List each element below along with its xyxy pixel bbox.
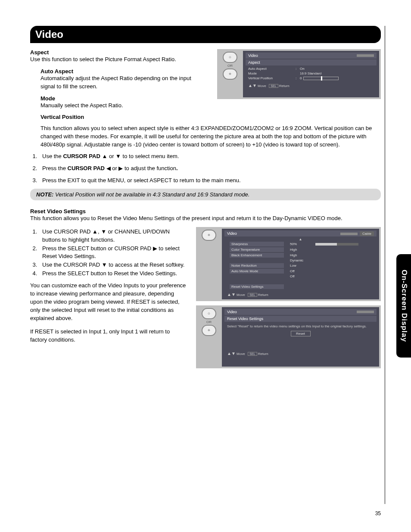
osd3-foot-sel: SEL <box>248 352 257 356</box>
mode-body: Manually select the Aspect Ratio. <box>40 102 198 110</box>
osd1-foot-move: Move <box>258 84 266 88</box>
remote-dpad-icon: ✥ <box>202 325 216 336</box>
step-3: Press the EXIT to quit the MENU, or sele… <box>39 177 381 184</box>
osd1-foot-return: Return <box>279 84 290 88</box>
osd1-row1-label: Auto Aspect <box>248 67 296 71</box>
remote-select-icon: ⊙ <box>223 52 237 63</box>
osd2-i2-val: High <box>290 248 314 252</box>
remote-select-icon: ⊙ <box>202 308 216 319</box>
osd2-i3-val: High <box>290 253 314 257</box>
osd1-row2-label: Mode <box>248 72 296 75</box>
step-2: Press the CURSOR PAD ◀ or ▶ to adjust th… <box>39 165 381 172</box>
note-label: NOTE: <box>36 191 53 198</box>
osd2-i7-val: Off <box>290 274 314 278</box>
osd2-i6-val: Off <box>290 269 314 273</box>
progress-bar-icon <box>315 243 358 246</box>
osd-aspect: ⊙ OR ✥ Video Aspect Auto Aspect:On Mode1… <box>217 49 381 99</box>
osd3-or-label: OR <box>199 320 219 324</box>
osd-or-label: OR <box>220 64 240 68</box>
osd3-msg: Select "Reset" to return the video menu … <box>224 323 377 329</box>
osd3-reset-button: Reset <box>291 331 311 336</box>
reset-step-3: Use the CURSOR PAD ▼ to access at the Re… <box>39 261 187 269</box>
reset-heading: Reset Video Settings <box>30 208 381 215</box>
osd2-i4-name <box>230 260 284 261</box>
vpos-body: This function allows you to select when … <box>40 124 381 149</box>
page-number: 35 <box>375 510 381 516</box>
osd-reset: ⊙ OR ✥ Video Reset Video Settings Select… <box>196 305 381 368</box>
reset-para2: If RESET is selected in Input 1, only In… <box>30 328 187 344</box>
note-box: NOTE: Vertical Position will not be avai… <box>30 189 381 200</box>
section-title: Video <box>30 26 381 43</box>
remote-dpad-icon: ✥ <box>202 230 216 241</box>
osd1-row2-val: 16:9 Standard <box>300 72 374 75</box>
reset-para1: You can customize each of the Video Inpu… <box>30 282 187 322</box>
side-tab: On-Screen Display <box>396 254 411 358</box>
osd2-i4-val: Dynamic <box>290 258 314 262</box>
osd1-foot-sel: SEL <box>269 84 278 88</box>
osd1-row3-val: 0 <box>300 76 302 80</box>
step-1: Use the CURSOR PAD ▲ or ▼ to to select m… <box>39 152 381 160</box>
remote-dpad-icon: ✥ <box>223 68 237 80</box>
osd2-foot-sel: SEL <box>248 293 257 297</box>
osd2-cable: Cable <box>360 231 374 236</box>
osd2-i3-name: Black Enhancement <box>230 253 284 258</box>
osd2-i6-name: Auto Movie Mode <box>230 269 284 274</box>
osd2-i8-name: Reset Video Settings <box>230 284 284 289</box>
osd1-row1-val: On <box>300 67 374 71</box>
osd2-i5-val: Low <box>290 264 314 268</box>
reset-step-4: Press the SELECT button to Reset the Vid… <box>39 270 187 277</box>
osd1-row3-label: Vertical Position <box>248 76 296 80</box>
auto-aspect-body: Automatically adjust the Aspect Ratio de… <box>40 75 198 91</box>
osd3-foot-move: Move <box>237 352 245 356</box>
osd3-title: Video <box>227 310 237 314</box>
osd2-title: Video <box>227 231 237 236</box>
osd-video-list: ✥ Video Cable ▲ Sharpness50% Color Tempe… <box>196 227 381 301</box>
osd3-foot-return: Return <box>258 352 268 356</box>
osd2-i7-name <box>230 276 284 277</box>
osd2-i2-name: Color Temperature <box>230 247 284 252</box>
slider-icon <box>303 77 339 80</box>
note-text: Vertical Position will not be available … <box>53 191 249 198</box>
vpos-heading: Vertical Position <box>40 114 381 120</box>
osd2-i1-val: 50% <box>290 242 314 246</box>
osd1-sub: Aspect <box>246 59 377 65</box>
reset-body: This function allows you to Reset the Vi… <box>30 215 381 223</box>
reset-step-2: Press the SELECT button or CURSOR PAD ▶ … <box>39 245 187 260</box>
osd2-i1-name: Sharpness <box>230 242 284 246</box>
osd2-foot-return: Return <box>258 293 268 297</box>
osd3-sub: Reset Video Settings <box>224 316 377 322</box>
osd2-foot-move: Move <box>237 293 245 297</box>
osd1-title: Video <box>248 53 258 58</box>
reset-step-1: Use CURSOR PAD ▲, ▼ or CHANNEL UP/DOWN b… <box>39 228 187 243</box>
margin-line <box>385 26 385 504</box>
osd2-i5-name: Noise Reduction <box>230 263 284 268</box>
